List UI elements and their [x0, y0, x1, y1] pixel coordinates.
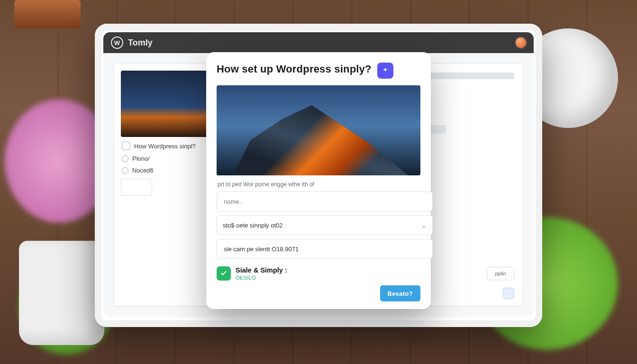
- ai-sparkle-button[interactable]: [377, 63, 393, 79]
- chevron-down-icon: ⌄: [421, 222, 427, 229]
- decor-mug-left: [19, 241, 104, 345]
- app-title: Tomly: [128, 38, 153, 48]
- pager-icon[interactable]: [503, 288, 514, 299]
- modal-hint: prt to ped Wor pome engge wthe ith of: [218, 181, 419, 188]
- name-field[interactable]: [217, 191, 433, 211]
- primary-action-button[interactable]: Besato?: [380, 285, 420, 301]
- radio-icon[interactable]: [122, 155, 128, 162]
- option-b-label: Noced6: [132, 167, 154, 174]
- option-main-label: How Wordpress sinpl?: [134, 143, 196, 150]
- sparkle-icon: [382, 67, 389, 74]
- code-field[interactable]: [217, 239, 433, 259]
- option-a-label: Plono/: [132, 155, 150, 162]
- apply-button[interactable]: pplin: [487, 267, 514, 280]
- check-icon: [217, 266, 231, 281]
- result-title: Siale & Simply :: [236, 266, 287, 274]
- name-input[interactable]: [223, 198, 427, 206]
- checkbox-icon[interactable]: [122, 142, 130, 150]
- code-input[interactable]: [223, 245, 427, 253]
- decor-copper: [14, 0, 81, 28]
- app-titlebar: W Tomly: [103, 32, 534, 53]
- template-select[interactable]: sto$ oete sinnply ot02 ⌄: [217, 215, 433, 235]
- setup-modal: How set up Wordpress sinply? prt to ped …: [206, 52, 431, 309]
- modal-hero-image: [217, 85, 420, 175]
- modal-title: How set up Wordpress sinply?: [217, 63, 372, 76]
- result-subtitle: OESILO: [236, 275, 287, 281]
- quantity-stepper[interactable]: [121, 179, 152, 196]
- select-value: sto$ oete sinnply ot02: [223, 222, 282, 229]
- radio-icon[interactable]: [122, 167, 128, 174]
- mountain-illustration: [233, 105, 408, 175]
- checkmark-icon: [220, 270, 228, 277]
- notification-badge[interactable]: [516, 37, 526, 48]
- wordpress-logo-icon: W: [111, 36, 123, 49]
- result-row: Siale & Simply : OESILO: [217, 266, 420, 281]
- desktop-background: W Tomly How Wordpress sinpl? Plono/: [0, 0, 637, 364]
